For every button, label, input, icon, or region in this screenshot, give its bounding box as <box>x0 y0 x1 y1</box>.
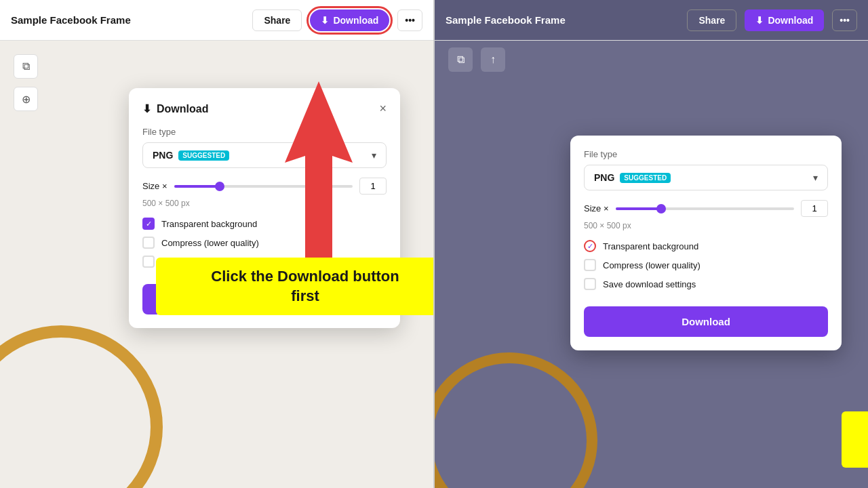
compress-label-right: Compress (lower quality) <box>603 260 701 270</box>
file-type-label-left: File type <box>142 127 387 137</box>
size-row-left: Size × <box>142 178 387 195</box>
file-type-select-right[interactable]: PNG SUGGESTED ▾ <box>584 165 828 190</box>
download-dialog-right: File type PNG SUGGESTED ▾ Size × 500 × 5… <box>570 136 842 350</box>
save-settings-label-right: Save download settings <box>603 279 696 289</box>
compress-row-left: Compress (lower quality) <box>142 237 387 249</box>
dialog-header-left: ⬇ Download × <box>142 102 387 116</box>
side-tools-left: ⧉ ⊕ <box>14 54 38 111</box>
canvas-area-left: ⧉ ⊕ ⬇ Download × File type PNG SUGGESTED <box>0 41 433 488</box>
copy-icon-right[interactable]: ⧉ <box>448 47 473 72</box>
check-icon-transparent-left: ✓ <box>146 220 152 228</box>
transparent-row-left: ✓ Transparent background <box>142 218 387 230</box>
transparent-row-right: ✓ Transparent background <box>584 240 828 252</box>
download-icon-left: ⬇ <box>321 15 329 26</box>
gold-circle-right <box>435 352 597 488</box>
chevron-down-icon-right: ▾ <box>813 172 818 183</box>
size-label-right: Size × <box>584 203 609 214</box>
more-button-right[interactable]: ••• <box>832 9 857 31</box>
compress-label-left: Compress (lower quality) <box>161 238 259 248</box>
download-main-button-right[interactable]: Download <box>584 306 828 337</box>
compress-checkbox-right[interactable] <box>584 259 596 271</box>
size-input-left[interactable] <box>359 178 387 195</box>
share-button-left[interactable]: Share <box>252 9 302 31</box>
download-button-right[interactable]: ⬇ Download <box>745 9 824 31</box>
save-settings-row-right: Save download settings <box>584 278 828 290</box>
title-right: Sample Facebook Frame <box>446 14 679 26</box>
size-slider-left[interactable] <box>174 185 353 188</box>
compress-row-right: Compress (lower quality) <box>584 259 828 271</box>
file-type-value-right: PNG <box>594 172 614 183</box>
download-icon-right: ⬇ <box>755 15 764 26</box>
right-icons: ⧉ ↑ <box>448 47 505 72</box>
slider-track-left <box>174 185 219 188</box>
annotation-transparent-bg: Make sure the Transparent background box… <box>842 411 868 468</box>
annotation-click-download: Click the Download buttonfirst <box>156 258 435 315</box>
share-icon-right[interactable]: ↑ <box>481 47 505 72</box>
canvas-area-right: ⧉ ↑ File type PNG SUGGESTED ▾ Size × <box>435 41 868 488</box>
file-type-value-left: PNG <box>153 150 173 161</box>
check-icon-transparent-right: ✓ <box>587 243 593 250</box>
file-type-select-left[interactable]: PNG SUGGESTED ▾ <box>142 142 387 168</box>
size-label-left: Size × <box>142 181 167 191</box>
title-left: Sample Facebook Frame <box>11 14 244 26</box>
size-input-right[interactable] <box>801 200 828 217</box>
save-settings-checkbox-left[interactable] <box>142 256 155 268</box>
size-row-right: Size × <box>584 200 828 217</box>
slider-thumb-left <box>215 182 224 191</box>
transparent-checkbox-left[interactable]: ✓ <box>142 218 155 230</box>
suggested-badge-left: SUGGESTED <box>178 150 229 161</box>
dialog-download-icon: ⬇ <box>142 102 151 115</box>
add-tool[interactable]: ⊕ <box>14 87 38 111</box>
topbar-right: Sample Facebook Frame Share ⬇ Download •… <box>435 0 868 41</box>
transparent-checkbox-right[interactable]: ✓ <box>584 240 596 252</box>
download-button-left[interactable]: ⬇ Download <box>310 9 389 31</box>
dialog-title-left: ⬇ Download <box>142 102 208 115</box>
copy-tool[interactable]: ⧉ <box>14 54 38 79</box>
size-slider-right[interactable] <box>616 207 795 210</box>
px-info-right: 500 × 500 px <box>584 221 828 230</box>
px-info-left: 500 × 500 px <box>142 199 387 208</box>
share-button-right[interactable]: Share <box>687 9 736 31</box>
file-type-label-right: File type <box>584 149 828 159</box>
more-button-left[interactable]: ••• <box>397 9 422 31</box>
slider-thumb-right <box>656 204 666 214</box>
save-settings-checkbox-right[interactable] <box>584 278 596 290</box>
transparent-label-left: Transparent background <box>161 219 257 229</box>
suggested-badge-right: SUGGESTED <box>620 173 671 183</box>
topbar-left: Sample Facebook Frame Share ⬇ Download •… <box>0 0 433 41</box>
dialog-close-button[interactable]: × <box>379 102 387 116</box>
chevron-down-icon-left: ▾ <box>372 150 376 161</box>
compress-checkbox-left[interactable] <box>142 237 155 249</box>
gold-circle-left <box>0 325 163 488</box>
slider-track-right <box>616 207 660 210</box>
transparent-label-right: Transparent background <box>603 241 698 251</box>
